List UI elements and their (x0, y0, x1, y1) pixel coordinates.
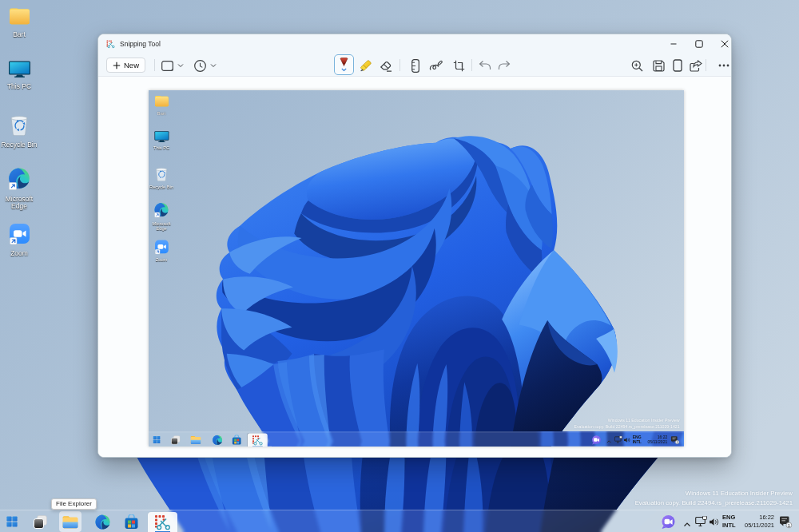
svg-text:1: 1 (788, 523, 790, 528)
svg-text:1: 1 (676, 440, 678, 444)
